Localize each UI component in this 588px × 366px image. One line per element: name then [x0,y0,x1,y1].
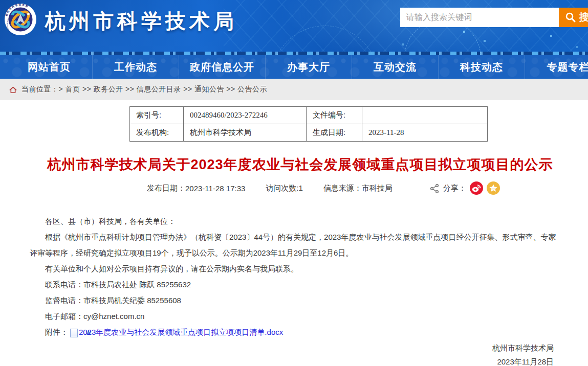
breadcrumb-path[interactable]: 当前位置：> 首页 >> 政务公开 >> 信息公开目录 >> 通知公告 >> 公… [21,85,267,94]
index-number-label: 索引号: [130,107,184,124]
nav-item-tech-news[interactable]: 科技动态 [439,55,525,79]
paragraph: 有关单位和个人如对公示项目持有异议的，请在公示期内实名与我局联系。 [30,261,559,277]
signature-block: 杭州市科学技术局 2023年11月28日 [30,341,559,366]
search-button-label: 搜索 [579,11,588,24]
paragraph: 各区、县（市）科技局，各有关单位： [30,213,559,229]
paragraph-contact-phone: 联系电话：市科技局农社处 陈跃 85255632 [30,277,559,292]
table-row: 发布机构: 杭州市科学技术局 生成日期: 2023-11-28 [130,124,488,142]
paragraph-supervise-phone: 监督电话：市科技局机关纪委 85255608 [30,292,559,308]
header-dots-decoration [463,31,465,33]
header-tech-strip [0,52,588,55]
paragraph-email: 电子邮箱：cy@hznet.com.cn [30,308,559,324]
article-body: 各区、县（市）科技局，各有关单位： 根据《杭州市重点科研计划项目管理办法》（杭科… [30,213,559,366]
publisher-label: 发布机构: [130,124,184,142]
page: 杭州市科学技术局 Hangzhou Municipal Science and … [0,0,588,366]
nav-item-interaction[interactable]: 互动交流 [352,55,439,79]
nav-item-home[interactable]: 网站首页 [6,55,93,79]
file-number-label: 文件编号: [307,107,362,124]
file-number-value [362,107,488,124]
attachment-row: 附件：W2023年度农业与社会发展领域重点项目拟立项项目清单.docx [30,324,559,340]
attachment-label: 附件： [45,328,68,336]
site-title: 杭州市科学技术局 [45,7,237,35]
breadcrumb: 当前位置：> 首页 >> 政务公开 >> 信息公开目录 >> 通知公告 >> 公… [0,79,588,100]
main-nav: 网站首页 工作动态 政府信息公开 办事大厅 互动交流 科技动态 专题专栏 [0,55,588,79]
search-button[interactable]: 搜索 [559,8,588,27]
paragraph: 根据《杭州市重点科研计划项目管理办法》（杭科资〔2023〕44号）的有关规定，2… [30,229,559,261]
weibo-share-icon[interactable] [470,181,483,195]
generate-date-value: 2023-11-28 [362,124,488,142]
home-icon [9,86,17,94]
attachment-link[interactable]: 2023年度农业与社会发展领域重点项目拟立项项目清单.docx [79,328,283,336]
visit-count: 访问次数:1 [266,184,303,193]
word-doc-icon: W [70,329,78,337]
publish-date-value: 2023-11-28 17:33 [185,184,245,193]
signature-org: 杭州市科学技术局 [30,341,554,355]
bureau-logo-icon: 杭州市科学技术局 Hangzhou Municipal Science and … [4,3,37,36]
signature-date: 2023年11月28日 [30,355,554,366]
nav-item-service-hall[interactable]: 办事大厅 [266,55,352,79]
generate-date-label: 生成日期: [307,124,362,142]
article-meta: 发布日期： 2023-11-28 17:33 访问次数:1 信息来源： 市科技局… [147,181,588,195]
site-header: 杭州市科学技术局 Hangzhou Municipal Science and … [0,0,588,55]
source-label: 信息来源： [323,184,362,193]
qzone-share-icon[interactable] [487,181,500,195]
search-input[interactable] [400,8,559,27]
table-row: 索引号: 002489460/2023-272246 文件编号: [130,107,488,124]
publish-date-label: 发布日期： [147,184,185,193]
share-icon [430,184,440,193]
search-icon [565,12,576,23]
share-group: 分享： [430,181,500,195]
index-number-value: 002489460/2023-272246 [184,107,307,124]
source-value: 市科技局 [362,184,393,193]
nav-item-gov-info[interactable]: 政府信息公开 [179,55,266,79]
article-title: 杭州市科学技术局关于2023年度农业与社会发展领域重点项目拟立项项目的公示 [0,155,588,174]
document-meta-table: 索引号: 002489460/2023-272246 文件编号: 发布机构: 杭… [129,106,488,142]
publisher-value: 杭州市科学技术局 [184,124,307,142]
header-arc-decoration [271,26,379,55]
nav-item-work-news[interactable]: 工作动态 [93,55,179,79]
share-label: 分享： [443,184,466,193]
nav-item-special-topics[interactable]: 专题专栏 [525,55,588,79]
